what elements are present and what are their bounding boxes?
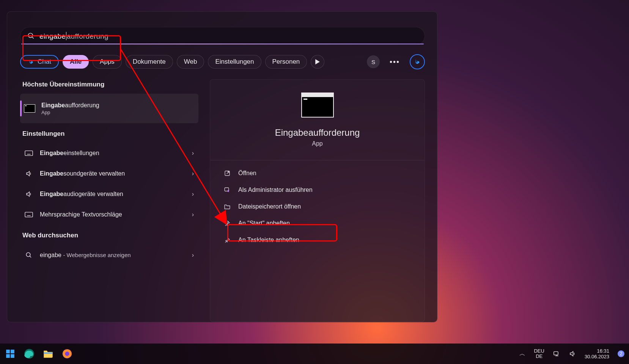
setting-item[interactable]: Eingabeeinstellungen ›: [20, 143, 198, 163]
taskbar: ︿ DEU DE 16:31 30.06.2023 2: [0, 344, 629, 364]
pill-web-label: Web: [184, 58, 197, 66]
chevron-right-icon: ›: [192, 150, 194, 157]
action-run-as-admin[interactable]: Als Administrator ausführen: [219, 182, 415, 198]
explorer-icon[interactable]: [42, 348, 54, 359]
search-icon: [27, 32, 35, 40]
action-label: An Taskleiste anheften: [238, 237, 299, 243]
filter-pills: Chat Alle Apps Dokumente Web Einstellung…: [20, 54, 425, 69]
pill-all-label: Alle: [70, 58, 82, 66]
app-preview-icon: [301, 93, 334, 118]
firefox-icon[interactable]: [61, 348, 73, 359]
pill-web[interactable]: Web: [177, 55, 204, 69]
setting-label: Eingabeeinstellungen: [40, 150, 99, 157]
avatar-initial: S: [371, 59, 375, 65]
svg-rect-20: [44, 353, 52, 354]
admin-icon: [223, 187, 231, 193]
svg-point-10: [26, 253, 30, 257]
user-avatar[interactable]: S: [367, 55, 380, 68]
pin-icon: [223, 220, 231, 227]
setting-label: Eingabesoundgeräte verwalten: [40, 170, 125, 177]
clock-time: 16:31: [597, 348, 609, 354]
pill-all[interactable]: Alle: [63, 55, 89, 69]
pill-people-label: Personen: [272, 58, 300, 66]
search-icon: [24, 252, 34, 259]
edge-icon[interactable]: [24, 348, 35, 359]
setting-label: Mehrsprachige Textvorschläge: [40, 211, 122, 218]
folder-icon: [223, 204, 231, 210]
chevron-right-icon: ›: [192, 211, 194, 218]
app-preview-title: Eingabeaufforderung: [219, 127, 415, 138]
action-label: Als Administrator ausführen: [238, 187, 313, 193]
lang-line1: DEU: [534, 348, 544, 354]
pill-people[interactable]: Personen: [265, 55, 307, 69]
action-label: Dateispeicherort öffnen: [238, 203, 301, 210]
pill-docs-label: Dokumente: [133, 58, 166, 66]
pill-settings[interactable]: Einstellungen: [208, 55, 261, 69]
web-search-label: eingabe - Webergebnisse anzeigen: [40, 252, 131, 259]
clock[interactable]: 16:31 30.06.2023: [585, 348, 609, 359]
keyboard-icon: [24, 150, 34, 156]
tray-chevron-icon[interactable]: ︿: [519, 350, 525, 358]
svg-rect-8: [25, 212, 33, 217]
cmd-icon: [24, 104, 35, 113]
more-menu-icon[interactable]: •••: [390, 58, 400, 66]
search-input[interactable]: eingabeaufforderung: [20, 27, 425, 45]
setting-item[interactable]: Mehrsprachige Textvorschläge ›: [20, 204, 198, 225]
search-text: eingabeaufforderung: [39, 32, 109, 41]
lang-line2: DE: [536, 354, 543, 359]
action-label: An "Start" anheften: [238, 220, 290, 227]
chevron-right-icon: ›: [192, 170, 194, 177]
svg-point-0: [28, 33, 33, 38]
setting-item[interactable]: Eingabeaudiogeräte verwalten ›: [20, 184, 198, 204]
network-icon[interactable]: [553, 351, 560, 357]
start-button[interactable]: [5, 348, 16, 359]
keyboard-icon: [24, 212, 34, 218]
action-pin-taskbar[interactable]: An Taskleiste anheften: [219, 232, 415, 248]
start-search-panel: eingabeaufforderung Chat Alle Apps Dokum…: [7, 11, 437, 322]
pin-icon: [223, 237, 231, 243]
setting-label: Eingabeaudiogeräte verwalten: [40, 191, 123, 198]
pill-more[interactable]: [311, 55, 324, 69]
svg-rect-2: [25, 151, 33, 156]
speaker-icon: [24, 191, 34, 198]
results-right: Eingabeaufforderung App Öffnen Als Admin…: [210, 79, 425, 322]
volume-icon[interactable]: [569, 350, 576, 357]
svg-line-11: [30, 256, 31, 257]
best-match-title: Eingabeaufforderung: [41, 102, 99, 109]
svg-rect-16: [11, 350, 14, 353]
action-open[interactable]: Öffnen: [219, 165, 415, 182]
best-match-sub: App: [41, 110, 99, 115]
bing-icon: [414, 58, 421, 66]
svg-line-1: [32, 37, 34, 39]
notification-badge[interactable]: 2: [618, 350, 624, 357]
svg-point-22: [65, 351, 69, 356]
app-preview-sub: App: [219, 140, 415, 147]
pill-docs[interactable]: Dokumente: [126, 55, 173, 69]
notification-count: 2: [620, 351, 623, 356]
bing-icon: [28, 58, 35, 65]
speaker-icon: [24, 170, 34, 177]
divider: [210, 160, 425, 160]
best-match-header: Höchste Übereinstimmung: [22, 81, 198, 88]
pill-apps-label: Apps: [100, 58, 115, 66]
play-icon: [315, 59, 320, 64]
pill-chat[interactable]: Chat: [20, 55, 59, 69]
results-left: Höchste Übereinstimmung Eingabeaufforder…: [20, 79, 198, 322]
settings-header: Einstellungen: [22, 130, 198, 138]
setting-item[interactable]: Eingabesoundgeräte verwalten ›: [20, 163, 198, 184]
svg-rect-18: [11, 354, 14, 358]
chevron-right-icon: ›: [192, 252, 194, 259]
action-label: Öffnen: [238, 170, 256, 177]
web-search-item[interactable]: eingabe - Webergebnisse anzeigen ›: [20, 245, 198, 266]
open-icon: [223, 170, 231, 177]
svg-rect-23: [554, 351, 558, 355]
bing-chat-button[interactable]: [410, 54, 425, 69]
pill-chat-label: Chat: [38, 58, 51, 66]
language-indicator[interactable]: DEU DE: [534, 348, 544, 359]
svg-rect-17: [6, 354, 10, 358]
action-pin-start[interactable]: An "Start" anheften: [219, 215, 415, 232]
best-match-result[interactable]: Eingabeaufforderung App: [20, 94, 198, 123]
clock-date: 30.06.2023: [585, 354, 609, 359]
action-open-location[interactable]: Dateispeicherort öffnen: [219, 198, 415, 215]
pill-apps[interactable]: Apps: [93, 55, 122, 69]
